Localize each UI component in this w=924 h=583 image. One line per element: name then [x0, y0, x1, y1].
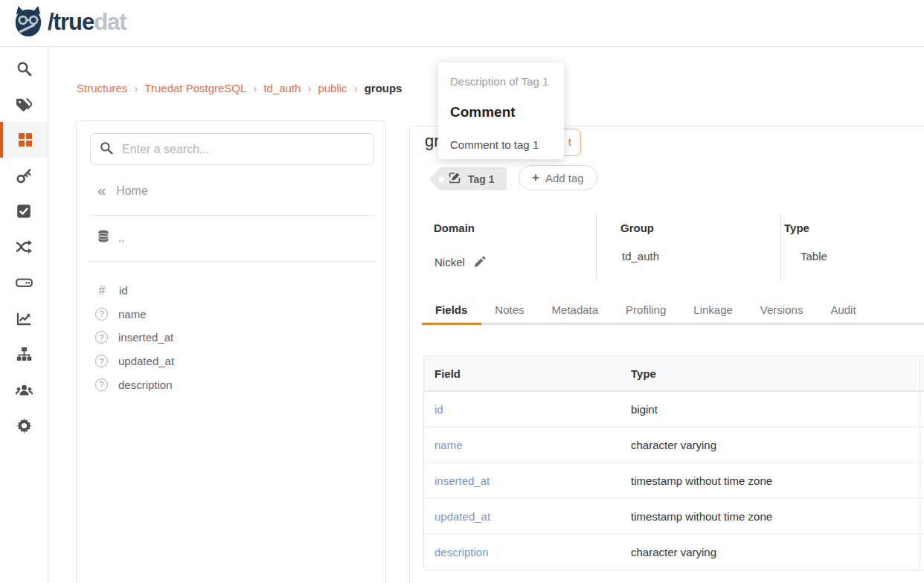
field-label[interactable]: id: [119, 284, 128, 297]
breadcrumb-separator-icon: ›: [307, 82, 311, 94]
grid-icon: [18, 132, 33, 147]
fields-table: Field Type id bigint name character vary…: [423, 355, 924, 570]
table-row: description character varying: [424, 534, 924, 570]
truedat-logo[interactable]: /truedat: [12, 5, 126, 41]
group-label: Group: [620, 222, 654, 234]
collapse-chevrons-icon[interactable]: «: [97, 182, 106, 199]
gear-icon: [16, 418, 32, 434]
structure-search-box[interactable]: [90, 133, 374, 165]
edit-domain-icon[interactable]: [474, 256, 486, 270]
domain-value: Nickel: [434, 256, 486, 270]
breadcrumb-separator-icon: ›: [134, 82, 138, 94]
tab-linkage[interactable]: Linkage: [693, 303, 733, 316]
sidebar-item-taxonomy[interactable]: [0, 336, 48, 372]
sidebar-item-settings[interactable]: [0, 408, 48, 443]
key-icon: [16, 168, 32, 184]
add-tag-label: Add tag: [545, 172, 584, 184]
field-list: # id ? name ? inserted_at ? updated_at ?…: [94, 279, 370, 396]
field-link-name[interactable]: name: [434, 439, 463, 451]
table-row: inserted_at timestamp without time zone: [424, 463, 924, 498]
logo-text-secondary: dat: [94, 9, 126, 35]
sidebar-item-dashboards[interactable]: [0, 300, 48, 336]
tab-notes[interactable]: Notes: [495, 303, 524, 316]
table-row: id bigint: [424, 391, 924, 427]
add-tag-button[interactable]: + Add tag: [519, 165, 597, 190]
sidebar-item-rules[interactable]: [0, 193, 48, 229]
panel-divider: [90, 215, 374, 216]
breadcrumb-link-system[interactable]: Truedat PostgreSQL: [144, 82, 246, 94]
field-list-item-description[interactable]: ? description: [94, 373, 370, 396]
owl-logo-icon: [12, 5, 45, 41]
structure-browser-panel: « Home .. # id ? name ? inserted_at: [76, 120, 386, 583]
edit-tag-icon[interactable]: [449, 172, 461, 187]
field-list-item-inserted-at[interactable]: ? inserted_at: [94, 326, 370, 350]
tag-comment-text: Comment to tag 1: [450, 138, 552, 151]
field-type: bigint: [626, 403, 920, 416]
tag-tooltip-popup: Description of Tag 1 Comment Comment to …: [438, 62, 564, 159]
field-list-item-name[interactable]: ? name: [94, 303, 370, 326]
question-circle-icon: ?: [95, 331, 108, 344]
tags-icon: [16, 97, 33, 112]
column-divider: [920, 392, 920, 427]
breadcrumb-separator-icon: ›: [354, 82, 358, 94]
table-row: updated_at timestamp without time zone: [424, 498, 924, 534]
parent-structure-label[interactable]: ..: [118, 231, 124, 244]
field-list-item-id[interactable]: # id: [94, 279, 370, 303]
tag-label[interactable]: Tag 1: [468, 173, 495, 185]
field-link-updated-at[interactable]: updated_at: [434, 510, 490, 523]
field-label[interactable]: description: [118, 379, 173, 391]
home-label[interactable]: Home: [116, 184, 148, 198]
tag-comment-heading: Comment: [450, 104, 552, 120]
drive-icon: [16, 275, 33, 290]
top-bar: /truedat: [0, 0, 924, 47]
field-label[interactable]: updated_at: [118, 355, 174, 367]
table-header-row: Field Type: [424, 356, 924, 391]
tab-profiling[interactable]: Profiling: [626, 303, 666, 316]
active-tab-underline: [422, 323, 481, 325]
sidebar-item-search[interactable]: [0, 51, 48, 86]
parent-structure-row[interactable]: ..: [97, 230, 124, 245]
home-nav-row[interactable]: « Home: [97, 182, 148, 199]
table-row: name character varying: [424, 427, 924, 463]
truedat-app: /truedat: [0, 0, 924, 583]
search-icon: [16, 61, 32, 77]
tab-audit[interactable]: Audit: [830, 303, 856, 316]
column-divider: [920, 535, 920, 570]
field-list-item-updated-at[interactable]: ? updated_at: [94, 350, 370, 373]
tag-chip-tag1[interactable]: Tag 1: [440, 167, 507, 190]
sidebar-item-users[interactable]: [0, 372, 48, 408]
tab-metadata[interactable]: Metadata: [552, 303, 599, 316]
search-input[interactable]: [122, 143, 365, 156]
field-type: character varying: [626, 439, 920, 451]
users-icon: [16, 382, 33, 397]
search-icon: [100, 141, 113, 158]
question-circle-icon: ?: [95, 308, 108, 321]
sidebar-nav: [0, 47, 48, 583]
field-link-id[interactable]: id: [434, 403, 443, 416]
sidebar-item-sources[interactable]: [0, 265, 48, 300]
sidebar-item-catalog[interactable]: [0, 122, 48, 158]
check-square-icon: [16, 204, 31, 219]
database-icon: [97, 230, 109, 245]
breadcrumb-link-schema[interactable]: public: [318, 82, 347, 94]
sidebar-item-tags[interactable]: [0, 86, 48, 122]
type-value: Table: [801, 250, 827, 262]
plus-icon: +: [532, 170, 539, 185]
column-divider: [920, 356, 920, 390]
breadcrumb: Structures › Truedat PostgreSQL › td_aut…: [77, 82, 402, 94]
field-label[interactable]: name: [118, 308, 147, 321]
field-link-inserted-at[interactable]: inserted_at: [434, 474, 490, 487]
field-label[interactable]: inserted_at: [118, 331, 173, 344]
field-type: character varying: [626, 546, 920, 558]
breadcrumb-link-structures[interactable]: Structures: [77, 82, 127, 94]
tab-versions[interactable]: Versions: [760, 303, 803, 316]
sidebar-item-permissions[interactable]: [0, 158, 48, 193]
info-divider: [780, 214, 781, 281]
column-divider: [920, 428, 920, 463]
breadcrumb-link-database[interactable]: td_auth: [263, 82, 301, 94]
tab-fields[interactable]: Fields: [435, 303, 467, 316]
sidebar-item-lineage[interactable]: [0, 229, 48, 265]
column-divider: [920, 499, 920, 534]
field-type: timestamp without time zone: [626, 474, 920, 487]
field-link-description[interactable]: description: [434, 546, 489, 558]
